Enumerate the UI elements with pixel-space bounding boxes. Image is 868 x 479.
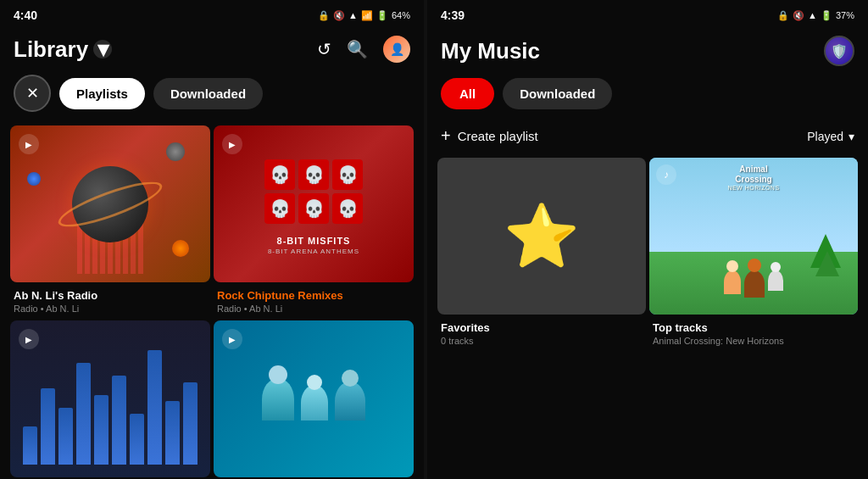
right-header: My Music 🛡️	[427, 27, 868, 78]
right-filter-bar: All Downloaded	[427, 78, 868, 123]
battery-pct: 64%	[392, 10, 410, 20]
signal-icon: 📶	[361, 10, 373, 21]
library-title: Library	[14, 36, 88, 63]
my-music-title: My Music	[441, 38, 540, 64]
battery-pct: 37%	[836, 10, 854, 20]
music-grid: ⭐ Favorites 0 tracks	[427, 158, 868, 479]
search-icon[interactable]: 🔍	[347, 39, 368, 59]
right-time: 4:39	[441, 8, 465, 22]
avatar[interactable]: 👤	[383, 36, 410, 63]
play-indicator: ▶	[19, 134, 39, 154]
play-indicator: ▶	[222, 134, 242, 154]
right-status-bar: 4:39 🔒 🔇 ▲ 🔋 37%	[427, 0, 868, 27]
lock-icon: 🔒	[318, 10, 330, 21]
list-item[interactable]: ▶	[10, 320, 210, 479]
play-indicator: ▶	[222, 329, 242, 349]
playlists-filter-button[interactable]: Playlists	[59, 78, 145, 109]
battery-icon: 🔋	[376, 10, 388, 21]
playlist-thumbnail: 💀 💀 💀 💀 💀 💀 8-BIT MISFITS 8-BIT ARENA AN…	[214, 125, 414, 282]
play-indicator: ▶	[19, 329, 39, 349]
profile-avatar[interactable]: 🛡️	[824, 36, 854, 66]
playlist-sub: Radio • Ab N. Li	[14, 304, 207, 314]
battery-icon: 🔋	[821, 10, 832, 21]
favorites-thumbnail: ⭐	[437, 158, 646, 315]
left-header-actions: ↺ 🔍 👤	[317, 36, 410, 63]
music-name: Favorites	[441, 321, 643, 334]
left-status-icons: 🔒 🔇 ▲ 📶 🔋 64%	[318, 10, 410, 21]
right-panel: 4:39 🔒 🔇 ▲ 🔋 37% My Music 🛡️ All Downloa…	[427, 0, 868, 479]
playlist-thumbnail: ▶	[10, 320, 210, 477]
music-name: Top tracks	[653, 321, 854, 334]
list-item[interactable]: 💀 💀 💀 💀 💀 💀 8-BIT MISFITS 8-BIT ARENA AN…	[214, 125, 414, 317]
mute-icon: 🔇	[333, 10, 345, 21]
mute-icon: 🔇	[793, 10, 804, 21]
playlist-name: Rock Chiptune Remixes	[217, 289, 410, 302]
right-status-icons: 🔒 🔇 ▲ 🔋 37%	[777, 10, 854, 21]
left-filter-bar: ✕ Playlists Downloaded	[0, 75, 424, 125]
all-filter-button[interactable]: All	[441, 78, 494, 109]
music-sub: Animal Crossing: New Horizons	[653, 336, 854, 346]
list-item[interactable]: AnimalCrossing NEW HORIZONS ♪ Top tracks…	[649, 158, 858, 479]
sort-chevron-icon: ▾	[849, 130, 854, 143]
plus-icon: +	[441, 126, 451, 146]
chiptune-illustration: 💀 💀 💀 💀 💀 💀 8-BIT MISFITS 8-BIT ARENA AN…	[214, 125, 414, 282]
action-bar: + Create playlist Played ▾	[427, 123, 868, 158]
filter-close-button[interactable]: ✕	[14, 75, 51, 112]
playlist-thumbnail: ▶	[10, 125, 210, 282]
sort-button[interactable]: Played ▾	[807, 130, 854, 143]
downloaded-filter-button[interactable]: Downloaded	[153, 78, 263, 109]
music-sub: 0 tracks	[441, 336, 643, 346]
sort-label: Played	[807, 130, 843, 143]
history-icon[interactable]: ↺	[317, 39, 331, 59]
playlist-sub: Radio • Ab N. Li	[217, 304, 410, 314]
lock-icon: 🔒	[777, 10, 789, 21]
header-title-group[interactable]: Library ▾	[14, 36, 112, 63]
left-panel: 4:40 🔒 🔇 ▲ 📶 🔋 64% Library ▾ ↺ 🔍 👤 ✕ Pla…	[0, 0, 424, 479]
left-time: 4:40	[14, 8, 37, 22]
right-downloaded-filter-button[interactable]: Downloaded	[503, 78, 612, 109]
create-playlist-label: Create playlist	[458, 129, 538, 143]
list-item[interactable]: ▶ Ab N. Li's Radio Radio • Ab N. Li	[10, 125, 210, 317]
wifi-icon: ▲	[808, 10, 817, 20]
playlist-thumbnail: ▶	[214, 320, 414, 477]
library-chevron[interactable]: ▾	[93, 40, 112, 58]
animal-crossing-thumbnail: AnimalCrossing NEW HORIZONS ♪	[649, 158, 858, 315]
music-note-icon: ♪	[656, 164, 676, 185]
list-item[interactable]: ⭐ Favorites 0 tracks	[437, 158, 646, 479]
playlist-name: Ab N. Li's Radio	[14, 289, 207, 302]
star-icon: ⭐	[504, 200, 580, 272]
left-status-bar: 4:40 🔒 🔇 ▲ 📶 🔋 64%	[0, 0, 424, 27]
planets-illustration	[10, 125, 210, 282]
left-header: Library ▾ ↺ 🔍 👤	[0, 27, 424, 75]
create-playlist-button[interactable]: + Create playlist	[441, 126, 538, 146]
wifi-icon: ▲	[348, 10, 358, 20]
playlist-grid: ▶ Ab N. Li's Radio Radio • Ab N. Li 💀 💀 …	[0, 125, 424, 479]
list-item[interactable]: ▶	[214, 320, 414, 479]
